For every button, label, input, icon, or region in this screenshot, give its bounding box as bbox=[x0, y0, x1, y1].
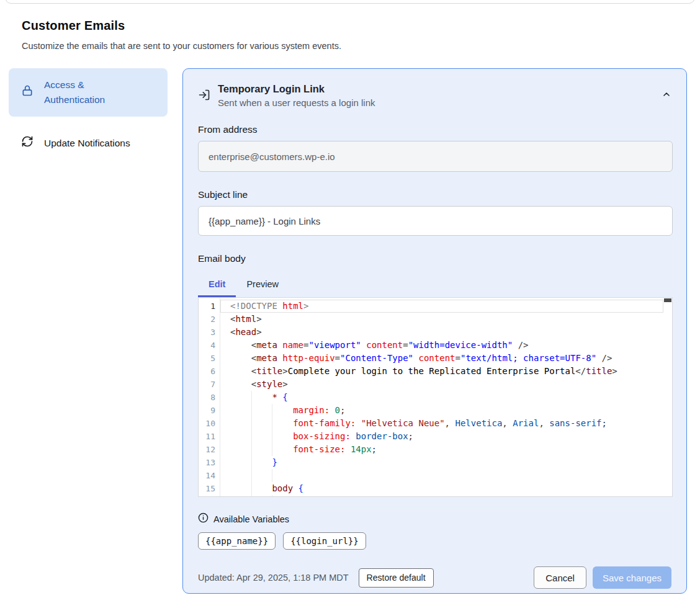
lock-icon bbox=[21, 84, 34, 101]
line-number: 5 bbox=[199, 352, 220, 365]
panel-header-text: Temporary Login Link Sent when a user re… bbox=[218, 83, 375, 108]
panel-header: Temporary Login Link Sent when a user re… bbox=[198, 83, 671, 108]
email-body-tabs: Edit Preview bbox=[198, 272, 671, 295]
code-line: <meta http-equiv="Content-Type" content=… bbox=[220, 352, 663, 365]
editor-scrollbar-thumb[interactable] bbox=[664, 298, 671, 302]
code-line: <title>Complete your login to the Replic… bbox=[220, 365, 663, 378]
sidebar-item-update-notifications[interactable]: Update Notifications bbox=[9, 127, 168, 159]
indent-guide bbox=[272, 404, 272, 417]
restore-default-button[interactable]: Restore default bbox=[359, 568, 434, 588]
available-variables-row: Available Variables bbox=[198, 512, 671, 525]
indent-guide bbox=[251, 443, 252, 456]
indent-guide bbox=[272, 495, 272, 496]
email-body-label: Email body bbox=[198, 253, 671, 264]
code-line: box-sizing: border-box; bbox=[220, 430, 663, 443]
line-number: 12 bbox=[199, 443, 220, 456]
previous-card-bottom-edge bbox=[5, 0, 695, 4]
sidebar: Access & Authentication Update Notificat… bbox=[9, 68, 168, 159]
code-line: body { bbox=[220, 482, 663, 495]
indent-guide bbox=[251, 456, 252, 469]
indent-guide bbox=[251, 404, 252, 417]
info-icon bbox=[198, 512, 209, 525]
line-number: 8 bbox=[199, 391, 220, 404]
sidebar-item-label: Access & Authentication bbox=[44, 78, 137, 107]
code-line: } bbox=[220, 456, 663, 469]
tab-edit[interactable]: Edit bbox=[198, 272, 236, 295]
from-address-label: From address bbox=[198, 124, 671, 135]
code-line bbox=[220, 469, 663, 482]
variable-chips: {{app_name}} {{login_url}} bbox=[198, 532, 671, 550]
page-title: Customer Emails bbox=[22, 19, 125, 33]
line-number: 15 bbox=[199, 482, 220, 495]
indent-guide bbox=[251, 482, 252, 495]
indent-guide bbox=[272, 443, 272, 456]
chevron-up-icon bbox=[662, 92, 671, 101]
line-number: 2 bbox=[199, 313, 220, 326]
sidebar-item-label: Update Notifications bbox=[44, 136, 130, 151]
panel-subtitle: Sent when a user requests a login link bbox=[218, 97, 375, 108]
code-line: font-size: 14px; bbox=[220, 443, 663, 456]
save-changes-button[interactable]: Save changes bbox=[593, 566, 671, 589]
line-number: 13 bbox=[199, 456, 220, 469]
indent-guide bbox=[251, 417, 252, 430]
code-line: margin: 0; bbox=[220, 404, 663, 417]
panel-title: Temporary Login Link bbox=[218, 83, 375, 95]
code-line: * { bbox=[220, 391, 663, 404]
variable-chip-login-url[interactable]: {{login_url}} bbox=[283, 532, 366, 550]
indent-guide bbox=[251, 391, 252, 404]
line-number: 3 bbox=[199, 326, 220, 339]
editor-gutter: 12345678910111213141516 bbox=[199, 298, 220, 496]
line-number: 6 bbox=[199, 365, 220, 378]
indent-guide bbox=[251, 469, 252, 482]
from-address-input[interactable] bbox=[198, 141, 673, 172]
login-icon bbox=[198, 89, 210, 104]
tab-preview[interactable]: Preview bbox=[236, 272, 289, 295]
indent-guide bbox=[272, 430, 272, 443]
line-number: 9 bbox=[199, 404, 220, 417]
variable-chip-app-name[interactable]: {{app_name}} bbox=[198, 532, 276, 550]
line-number: 11 bbox=[199, 430, 220, 443]
available-variables-label: Available Variables bbox=[213, 514, 289, 524]
line-number: 1 bbox=[199, 300, 220, 313]
code-line: <style> bbox=[220, 378, 663, 391]
refresh-icon bbox=[21, 135, 34, 152]
line-number: 16 bbox=[199, 495, 220, 497]
line-number: 7 bbox=[199, 378, 220, 391]
email-body-code-editor[interactable]: 12345678910111213141516 <!DOCTYPE html><… bbox=[198, 297, 673, 497]
sidebar-item-access-authentication[interactable]: Access & Authentication bbox=[9, 68, 168, 117]
code-line: <!DOCTYPE html> bbox=[220, 300, 663, 313]
updated-timestamp: Updated: Apr 29, 2025, 1:18 PM MDT bbox=[198, 573, 349, 583]
editor-code-lines: <!DOCTYPE html><html><head> <meta name="… bbox=[220, 298, 672, 496]
cancel-button[interactable]: Cancel bbox=[534, 566, 586, 589]
line-number: 10 bbox=[199, 417, 220, 430]
code-line: font-family: "Helvetica Neue", Helvetica… bbox=[220, 417, 663, 430]
subject-line-input[interactable] bbox=[198, 206, 673, 236]
page-subtitle: Customize the emails that are sent to yo… bbox=[22, 41, 341, 51]
email-template-panel: Temporary Login Link Sent when a user re… bbox=[182, 68, 687, 594]
indent-guide bbox=[251, 430, 252, 443]
code-line: background-color: #ffffff; bbox=[220, 495, 663, 496]
code-line: <html> bbox=[220, 313, 663, 326]
panel-footer: Updated: Apr 29, 2025, 1:18 PM MDT Resto… bbox=[198, 566, 671, 589]
code-line: <head> bbox=[220, 326, 663, 339]
code-line: <meta name="viewport" content="width=dev… bbox=[220, 339, 663, 352]
collapse-button[interactable] bbox=[662, 89, 671, 101]
subject-line-label: Subject line bbox=[198, 189, 671, 200]
indent-guide bbox=[272, 417, 272, 430]
indent-guide bbox=[272, 469, 272, 482]
indent-guide bbox=[251, 495, 252, 496]
line-number: 4 bbox=[199, 339, 220, 352]
line-number: 14 bbox=[199, 469, 220, 482]
